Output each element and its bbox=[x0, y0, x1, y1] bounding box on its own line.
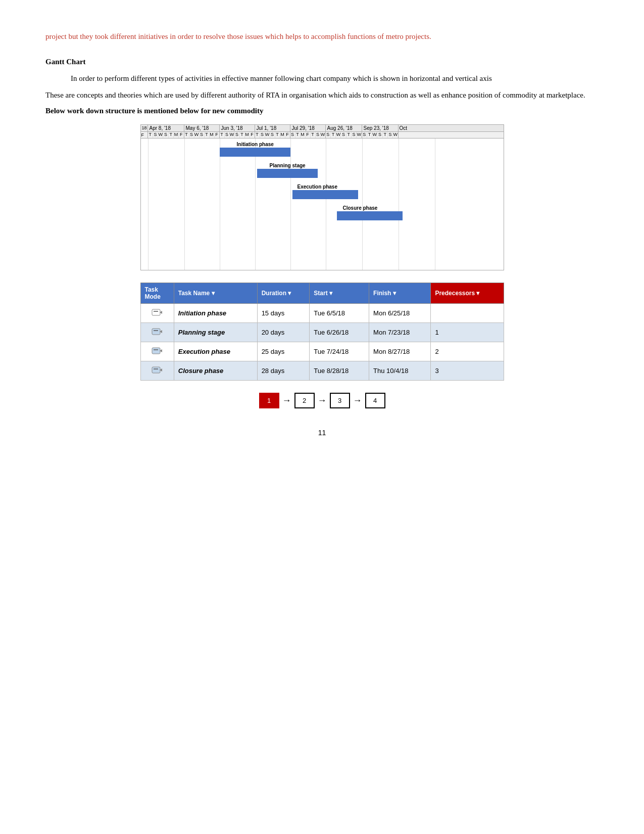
gantt-day-s2: S bbox=[163, 132, 168, 138]
gantt-bar-initiation bbox=[220, 148, 290, 157]
svg-rect-3 bbox=[152, 329, 160, 335]
gantt-day-w: W bbox=[158, 132, 163, 138]
task-finish-cell: Thu 10/4/18 bbox=[369, 361, 431, 380]
gantt-col-jul29: Jul 29, '18 bbox=[290, 125, 326, 131]
gantt-day-f2: F bbox=[179, 132, 183, 138]
gantt-para2: These are concepts and theories which ar… bbox=[45, 89, 599, 102]
gantt-jul1-t2: T bbox=[275, 132, 280, 138]
wbs-box-2: 2 bbox=[294, 393, 315, 408]
gantt-body: Initiation phase Planning stage Executio… bbox=[141, 138, 504, 270]
gantt-label-initiation: Initiation phase bbox=[237, 142, 274, 147]
task-duration-cell: 25 days bbox=[257, 342, 310, 361]
gantt-jul1-s: S bbox=[260, 132, 265, 138]
task-pred-cell: 2 bbox=[431, 342, 504, 361]
col-finish: Finish ▾ bbox=[369, 283, 431, 303]
task-finish-cell: Mon 6/25/18 bbox=[369, 303, 431, 322]
gantt-day-s1: S bbox=[153, 132, 158, 138]
gantt-jul1-f: F bbox=[285, 132, 290, 138]
gantt-aug-t: T bbox=[331, 132, 336, 138]
task-pred-cell bbox=[431, 303, 504, 322]
gantt-jul1-m: M bbox=[280, 132, 285, 138]
col-task-name: Task Name ▾ bbox=[174, 283, 257, 303]
table-row: Execution phase25 daysTue 7/24/18Mon 8/2… bbox=[140, 342, 504, 361]
vline-4 bbox=[255, 138, 256, 270]
gantt-may-t: T bbox=[184, 132, 189, 138]
vline-6 bbox=[326, 138, 326, 270]
gantt-may-s: S bbox=[189, 132, 194, 138]
gantt-aug-s3: S bbox=[352, 132, 357, 138]
gantt-col-oct: Oct bbox=[399, 125, 504, 131]
gantt-day-m: M bbox=[174, 132, 179, 138]
gantt-jul1-w: W bbox=[265, 132, 270, 138]
wbs-box-1: 1 bbox=[259, 393, 279, 408]
gantt-sep-s3: S bbox=[388, 132, 393, 138]
vline-5 bbox=[290, 138, 291, 270]
gantt-col-sep: Sep 23, '18 bbox=[362, 125, 399, 131]
svg-rect-9 bbox=[152, 367, 160, 373]
gantt-bar-execution bbox=[292, 190, 358, 199]
gantt-day-t2: T bbox=[169, 132, 174, 138]
gantt-bar-planning bbox=[257, 169, 318, 178]
gantt-jul29-t2: T bbox=[311, 132, 316, 138]
gantt-col-aug: Aug 26, '18 bbox=[326, 125, 362, 131]
wbs-arrow-1: → bbox=[279, 395, 294, 406]
gantt-jun-t2: T bbox=[240, 132, 245, 138]
gantt-sub-f: F bbox=[141, 132, 148, 138]
gantt-chart: 18 Apr 8, '18 May 6, '18 Jun 3, '18 Jul … bbox=[140, 124, 504, 270]
vline-1 bbox=[148, 138, 148, 270]
intro-paragraph: project but they took different initiati… bbox=[45, 30, 599, 42]
vline-2 bbox=[184, 138, 185, 270]
gantt-may-f: F bbox=[215, 132, 219, 138]
gantt-label-planning: Planning stage bbox=[270, 163, 306, 168]
gantt-jul1-s2: S bbox=[270, 132, 275, 138]
task-mode-cell bbox=[140, 361, 174, 380]
vline-3 bbox=[220, 138, 220, 270]
gantt-jul1-t: T bbox=[255, 132, 260, 138]
task-mode-icon bbox=[152, 365, 163, 375]
task-duration-cell: 28 days bbox=[257, 361, 310, 380]
svg-rect-0 bbox=[152, 309, 160, 315]
task-name-cell: Closure phase bbox=[174, 361, 257, 380]
vline-7 bbox=[362, 138, 363, 270]
gantt-bar-closure bbox=[337, 211, 403, 220]
gantt-aug-w: W bbox=[336, 132, 341, 138]
task-start-cell: Tue 8/28/18 bbox=[310, 361, 369, 380]
task-pred-cell: 3 bbox=[431, 361, 504, 380]
gantt-jun-w: W bbox=[230, 132, 235, 138]
task-start-cell: Tue 7/24/18 bbox=[310, 342, 369, 361]
wbs-box-3: 3 bbox=[330, 393, 350, 408]
task-mode-icon bbox=[152, 327, 163, 337]
gantt-may-m: M bbox=[210, 132, 215, 138]
gantt-jul29-m: M bbox=[301, 132, 306, 138]
task-mode-icon bbox=[152, 346, 163, 356]
gantt-aug-s2: S bbox=[341, 132, 346, 138]
col-duration: Duration ▾ bbox=[257, 283, 310, 303]
gantt-jul29-s2: S bbox=[316, 132, 321, 138]
gantt-label-closure: Closure phase bbox=[343, 205, 378, 211]
gantt-day-t1: T bbox=[148, 132, 153, 138]
gantt-section-title: Gantt Chart bbox=[45, 58, 599, 66]
gantt-col-apr: Apr 8, '18 bbox=[148, 125, 184, 131]
task-mode-cell bbox=[140, 322, 174, 342]
wbs-box-4: 4 bbox=[365, 393, 385, 408]
gantt-jul29-w: W bbox=[321, 132, 325, 138]
gantt-jul29-f: F bbox=[306, 132, 311, 138]
gantt-sep-t: T bbox=[367, 132, 372, 138]
wbs-diagram: 1 → 2 → 3 → 4 bbox=[196, 393, 449, 408]
gantt-sep-s: S bbox=[362, 132, 367, 138]
table-row: Closure phase28 daysTue 8/28/18Thu 10/4/… bbox=[140, 361, 504, 380]
gantt-jun-s: S bbox=[225, 132, 230, 138]
gantt-jun-f: F bbox=[250, 132, 255, 138]
gantt-col-jul1: Jul 1, '18 bbox=[255, 125, 290, 131]
task-name-cell: Initiation phase bbox=[174, 303, 257, 322]
task-name-cell: Planning stage bbox=[174, 322, 257, 342]
gantt-sep-w2: W bbox=[393, 132, 398, 138]
gantt-jun-t: T bbox=[220, 132, 225, 138]
wbs-arrow-2: → bbox=[315, 395, 330, 406]
task-duration-cell: 15 days bbox=[257, 303, 310, 322]
gantt-col-may: May 6, '18 bbox=[184, 125, 220, 131]
wbs-heading: Below work down structure is mentioned b… bbox=[45, 107, 599, 115]
gantt-aug-t2: T bbox=[346, 132, 352, 138]
gantt-col-jun: Jun 3, '18 bbox=[220, 125, 255, 131]
task-mode-icon bbox=[152, 307, 163, 317]
